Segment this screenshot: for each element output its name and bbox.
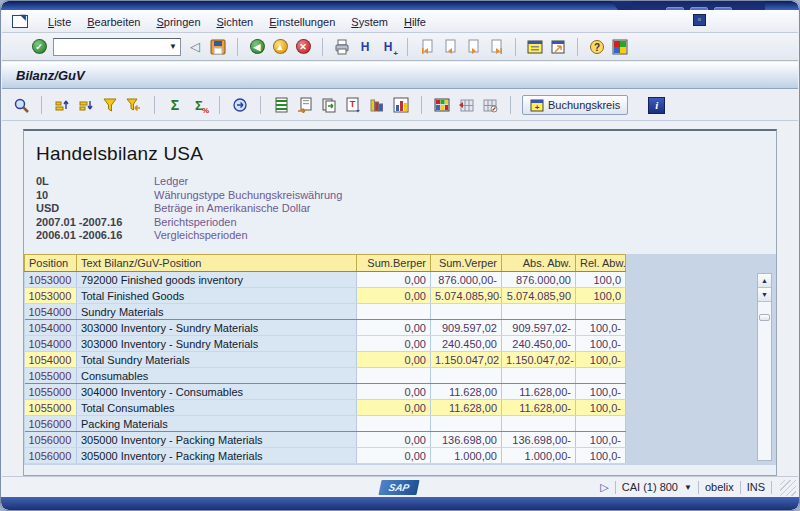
menu-item-bearbeiten[interactable]: Bearbeiten: [79, 13, 148, 31]
chevron-down-icon[interactable]: ▼: [166, 42, 180, 51]
cell-text[interactable]: 792000 Finished goods inventory: [77, 272, 357, 288]
choose-detail-icon[interactable]: [12, 96, 30, 114]
cell-sum-verper[interactable]: 5.074.085,90-: [431, 288, 502, 304]
cell-abs-abw[interactable]: 1.150.047,02-: [502, 352, 576, 368]
table-row[interactable]: 1056000305000 Inventory - Packing Materi…: [25, 448, 626, 464]
column-header[interactable]: Sum.Verper: [431, 255, 502, 272]
cell-sum-berper[interactable]: 0,00: [357, 432, 431, 448]
cell-sum-verper[interactable]: 909.597,02: [431, 320, 502, 336]
cell-text[interactable]: 305000 Inventory - Packing Materials: [77, 432, 357, 448]
menu-item-system[interactable]: System: [343, 13, 396, 31]
table-row[interactable]: 1055000Total Consumables0,0011.628,0011.…: [25, 400, 626, 416]
all-columns-icon[interactable]: [433, 96, 451, 114]
cell-abs-abw[interactable]: [502, 304, 576, 320]
delete-column-icon[interactable]: [481, 96, 499, 114]
adjust-screen-icon[interactable]: ▫: [693, 14, 706, 26]
cell-sum-berper[interactable]: 0,00: [357, 320, 431, 336]
graphic-icon[interactable]: [392, 96, 410, 114]
previous-page-icon[interactable]: [441, 38, 459, 56]
find-next-icon[interactable]: H: [379, 38, 397, 56]
drilldown-icon[interactable]: [231, 96, 249, 114]
table-row[interactable]: 1054000Total Sundry Materials0,001.150.0…: [25, 352, 626, 368]
cell-sum-verper[interactable]: 1.000,00: [431, 448, 502, 464]
cell-position[interactable]: 1054000: [25, 304, 77, 320]
vertical-scrollbar[interactable]: ▲ ▼: [757, 273, 772, 461]
table-row[interactable]: 1056000305000 Inventory - Packing Materi…: [25, 432, 626, 448]
cell-text[interactable]: Consumables: [77, 368, 357, 384]
cell-sum-verper[interactable]: 876.000,00-: [431, 272, 502, 288]
cell-rel-abw[interactable]: 100,0-: [576, 400, 626, 416]
cell-rel-abw[interactable]: 100,0: [576, 272, 626, 288]
cell-abs-abw[interactable]: 11.628,00-: [502, 400, 576, 416]
first-page-icon[interactable]: [418, 38, 436, 56]
table-row[interactable]: 1053000Total Finished Goods0,005.074.085…: [25, 288, 626, 304]
cell-abs-abw[interactable]: [502, 416, 576, 432]
next-page-icon[interactable]: [464, 38, 482, 56]
menu-item-einstellungen[interactable]: Einstellungen: [261, 13, 343, 31]
abc-analysis-icon[interactable]: [368, 96, 386, 114]
cell-text[interactable]: Packing Materials: [77, 416, 357, 432]
cell-sum-verper[interactable]: [431, 416, 502, 432]
collapse-command-field-icon[interactable]: ◁: [186, 38, 204, 56]
status-expand-icon[interactable]: ▷: [600, 481, 608, 494]
cell-position[interactable]: 1055000: [25, 368, 77, 384]
back-icon[interactable]: ◀: [248, 38, 266, 56]
info-icon[interactable]: i: [648, 97, 665, 114]
cell-sum-berper[interactable]: [357, 368, 431, 384]
cell-abs-abw[interactable]: 136.698,00-: [502, 432, 576, 448]
cell-rel-abw[interactable]: [576, 368, 626, 384]
cell-position[interactable]: 1055000: [25, 400, 77, 416]
cell-rel-abw[interactable]: [576, 304, 626, 320]
set-filter-icon[interactable]: [101, 96, 119, 114]
cell-sum-berper[interactable]: 0,00: [357, 272, 431, 288]
column-header[interactable]: Abs. Abw.: [502, 255, 576, 272]
cell-rel-abw[interactable]: 100,0-: [576, 432, 626, 448]
sort-descending-icon[interactable]: [77, 96, 95, 114]
table-row[interactable]: 1054000303000 Inventory - Sundry Materia…: [25, 336, 626, 352]
buchungskreis-button[interactable]: + Buchungskreis: [522, 95, 628, 115]
cell-text[interactable]: Total Sundry Materials: [77, 352, 357, 368]
cell-sum-verper[interactable]: 1.150.047,02: [431, 352, 502, 368]
insert-mode-label[interactable]: INS: [747, 481, 765, 493]
cell-abs-abw[interactable]: 1.000,00-: [502, 448, 576, 464]
cell-text[interactable]: Sundry Materials: [77, 304, 357, 320]
cell-rel-abw[interactable]: 100,0-: [576, 448, 626, 464]
cell-position[interactable]: 1053000: [25, 288, 77, 304]
cell-abs-abw[interactable]: 909.597,02-: [502, 320, 576, 336]
scroll-up-icon[interactable]: ▲: [758, 274, 771, 288]
scroll-down-icon[interactable]: ▼: [758, 288, 771, 302]
sort-ascending-icon[interactable]: [53, 96, 71, 114]
cell-sum-berper[interactable]: 0,00: [357, 352, 431, 368]
cell-abs-abw[interactable]: 5.074.085,90: [502, 288, 576, 304]
cell-rel-abw[interactable]: 100,0: [576, 288, 626, 304]
table-row[interactable]: 1054000Sundry Materials: [25, 304, 626, 320]
cell-position[interactable]: 1055000: [25, 384, 77, 400]
table-row[interactable]: 1054000303000 Inventory - Sundry Materia…: [25, 320, 626, 336]
cell-rel-abw[interactable]: [576, 416, 626, 432]
cell-abs-abw[interactable]: 876.000,00: [502, 272, 576, 288]
column-header[interactable]: Rel. Abw.: [576, 255, 626, 272]
word-processing-icon[interactable]: [296, 96, 314, 114]
cell-position[interactable]: 1056000: [25, 416, 77, 432]
cell-text[interactable]: 303000 Inventory - Sundry Materials: [77, 320, 357, 336]
cell-position[interactable]: 1053000: [25, 272, 77, 288]
cell-abs-abw[interactable]: [502, 368, 576, 384]
mail-icon[interactable]: T: [344, 96, 362, 114]
cell-rel-abw[interactable]: 100,0-: [576, 384, 626, 400]
column-header[interactable]: Position: [25, 255, 77, 272]
menu-item-liste[interactable]: Liste: [40, 13, 79, 31]
cell-sum-berper[interactable]: 0,00: [357, 336, 431, 352]
scrollbar-thumb[interactable]: [759, 314, 770, 321]
system-session-label[interactable]: CAI (1) 800: [622, 481, 678, 493]
cell-sum-verper[interactable]: 11.628,00: [431, 384, 502, 400]
find-icon[interactable]: H: [356, 38, 374, 56]
customize-layout-icon[interactable]: [611, 38, 629, 56]
cell-text[interactable]: 304000 Inventory - Consumables: [77, 384, 357, 400]
cell-sum-verper[interactable]: [431, 304, 502, 320]
cell-sum-verper[interactable]: [431, 368, 502, 384]
cell-sum-berper[interactable]: 0,00: [357, 384, 431, 400]
menu-item-sichten[interactable]: Sichten: [209, 13, 262, 31]
cell-position[interactable]: 1056000: [25, 448, 77, 464]
create-session-icon[interactable]: [526, 38, 544, 56]
table-row[interactable]: 1056000Packing Materials: [25, 416, 626, 432]
